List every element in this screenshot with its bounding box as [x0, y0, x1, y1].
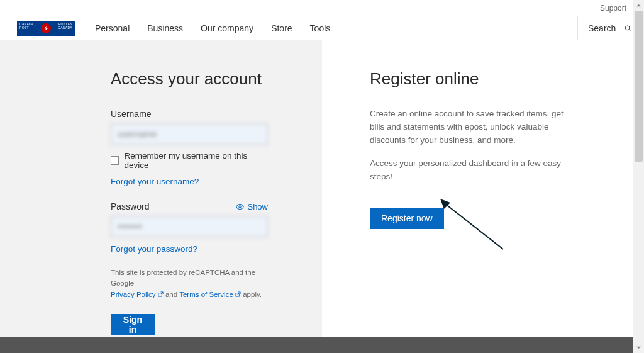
eye-icon — [236, 203, 244, 211]
nav-tools[interactable]: Tools — [310, 23, 331, 33]
scroll-up-button[interactable] — [633, 0, 644, 11]
nav-personal[interactable]: Personal — [95, 23, 130, 33]
search-icon — [625, 24, 631, 33]
sign-in-button[interactable]: Sign in — [111, 314, 155, 335]
canada-post-logo[interactable]: CANADAPOST POSTESCANADA — [17, 21, 75, 36]
scroll-down-button[interactable] — [633, 342, 644, 353]
show-password-toggle[interactable]: Show — [236, 202, 268, 211]
register-panel: Register online Create an online account… — [322, 40, 638, 337]
top-bar: Support — [0, 0, 644, 16]
footer-bar — [0, 337, 633, 353]
support-link[interactable]: Support — [600, 4, 626, 13]
username-input[interactable] — [111, 123, 268, 145]
scroll-thumb[interactable] — [635, 11, 643, 162]
forgot-password-link[interactable]: Forgot your password? — [111, 244, 197, 254]
logo-circle-icon — [41, 23, 51, 33]
register-description-1: Create an online account to save tracked… — [370, 108, 575, 147]
external-link-icon — [158, 291, 164, 297]
register-description-2: Access your personalized dashboard in a … — [370, 157, 575, 184]
recaptcha-notice: This site is protected by reCAPTCHA and … — [111, 267, 268, 300]
svg-point-0 — [626, 26, 630, 30]
password-label: Password — [111, 201, 149, 211]
nav-business[interactable]: Business — [147, 23, 183, 33]
header: CANADAPOST POSTESCANADA Personal Busines… — [0, 16, 644, 40]
privacy-policy-link[interactable]: Privacy Policy — [111, 291, 164, 298]
remember-checkbox[interactable] — [111, 156, 119, 165]
search-label: Search — [588, 23, 616, 33]
svg-line-1 — [630, 29, 631, 31]
svg-point-2 — [239, 205, 241, 207]
register-heading: Register online — [370, 69, 575, 89]
login-heading: Access your account — [111, 69, 268, 89]
forgot-username-link[interactable]: Forgot your username? — [111, 177, 199, 186]
remember-label: Remember my username on this device — [124, 151, 268, 170]
register-now-button[interactable]: Register now — [370, 208, 444, 229]
password-input[interactable] — [111, 216, 268, 237]
nav-store[interactable]: Store — [271, 23, 292, 33]
external-link-icon — [235, 291, 241, 297]
scrollbar[interactable] — [633, 0, 644, 353]
username-label: Username — [111, 109, 268, 119]
main-nav: Personal Business Our company Store Tool… — [95, 23, 330, 33]
main-content: Access your account Username Remember my… — [0, 40, 644, 337]
nav-our-company[interactable]: Our company — [201, 23, 253, 33]
terms-of-service-link[interactable]: Terms of Service — [179, 291, 241, 298]
login-panel: Access your account Username Remember my… — [0, 40, 322, 337]
